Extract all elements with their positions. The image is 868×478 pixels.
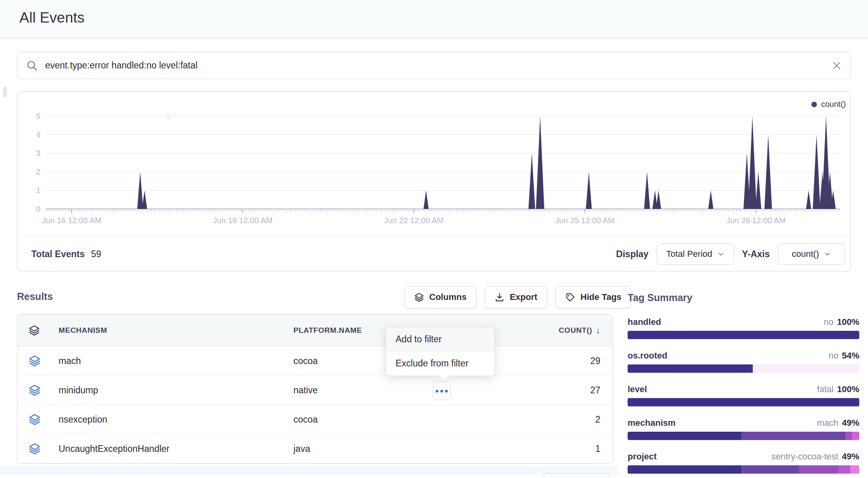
tag-name: project [628,451,657,462]
legend-dot-icon [811,102,817,107]
column-header-platform-name[interactable]: PLATFORM.NAME [293,326,362,335]
tag-bar-segment [753,364,859,373]
tag-bar-segment [628,432,741,440]
cell-platform[interactable]: cocoa [293,414,318,425]
export-button[interactable]: Export [485,286,547,308]
tag-label-row: handledno100% [628,317,859,327]
tag-top-values: no54% [828,351,859,361]
x-axis-tick-label: Jun 28 12:00 AM [726,216,786,225]
results-toolbar: Columns Export Hide Tags [404,286,631,308]
tag-top-percent: 54% [842,351,859,361]
yaxis-select-value: count() [792,249,819,259]
cell-count[interactable]: 2 [595,414,600,425]
x-axis-tick-label: Jun 19 12:00 AM [213,216,272,225]
y-axis-tick-label: 1 [22,185,40,195]
search-bar[interactable]: event.type:error handled:no level:fatal [17,52,851,79]
tag-distribution-bar[interactable] [628,432,859,440]
tag-top-percent: 49% [842,451,859,462]
cell-count[interactable]: 27 [590,385,600,395]
tag-top-values: mach49% [817,418,859,428]
row-actions-button[interactable] [433,382,451,400]
tag-label-row: levelfatal100% [628,384,859,395]
ellipsis-dot [440,390,443,393]
cell-mechanism[interactable]: UncaughtExceptionHandler [59,444,169,454]
y-axis-tick-label: 0 [22,204,40,214]
pagination-button[interactable] [544,473,610,478]
decorative-dot [166,115,170,119]
cell-count[interactable]: 1 [595,444,600,454]
cell-count[interactable]: 29 [590,355,600,366]
tag-bar-segment [741,432,845,440]
tag-distribution-bar[interactable] [628,331,859,339]
tag-distribution-bar[interactable] [628,398,859,406]
table-row: UncaughtExceptionHandler java 1 [17,434,613,463]
cell-platform[interactable]: java [293,444,310,454]
top-header-bar: All Events [0,0,868,38]
tag-entry: levelfatal100% [628,384,859,406]
columns-button[interactable]: Columns [404,286,476,308]
clear-search-icon[interactable] [832,61,842,71]
total-events: Total Events 59 [31,249,101,260]
tag-bar-segment [628,398,859,406]
tag-label-row: os.rootedno54% [628,351,859,361]
tag-top-values: no100% [824,317,859,327]
ellipsis-dot [436,390,438,393]
tag-label-row: mechanismmach49% [628,418,859,428]
tag-top-value: sentry-cocoa-test [771,451,838,462]
tag-summary-title: Tag Summary [628,292,859,303]
all-events-page: All Events event.type:error handled:no l… [0,0,868,478]
tag-top-value: no [828,351,838,361]
tag-top-percent: 100% [837,384,859,395]
tag-bar-segment [850,465,859,474]
layers-icon [29,355,41,367]
tag-entry: mechanismmach49% [628,418,859,440]
tag-top-value: mach [817,418,838,428]
column-header-count[interactable]: COUNT() ↓ [559,325,600,336]
cell-mechanism[interactable]: mach [59,355,81,366]
tag-summary: Tag Summary handledno100%os.rootedno54%l… [628,292,859,478]
tag-entry: handledno100% [628,317,859,339]
tag-name: handled [628,317,661,327]
y-axis-tick-label: 4 [22,129,40,140]
menu-item-exclude-from-filter[interactable]: Exclude from filter [386,351,494,376]
column-header-mechanism[interactable]: MECHANISM [59,326,107,335]
page-bottom-band [0,466,618,475]
tag-icon [565,292,575,302]
tag-top-value: no [824,317,833,327]
tag-bar-segment [838,465,850,474]
y-axis-tick-label: 2 [22,167,40,177]
tag-name: level [628,384,647,395]
tag-entry: os.rootedno54% [628,351,859,373]
column-header-count-label: COUNT() [559,326,592,335]
display-select[interactable]: Total Period [657,243,734,265]
columns-button-label: Columns [429,292,466,302]
cell-mechanism[interactable]: nsexception [59,414,107,425]
tag-top-percent: 49% [842,418,859,428]
sort-desc-icon: ↓ [596,325,600,336]
cell-platform[interactable]: cocoa [293,355,318,366]
ellipsis-dot [445,390,448,393]
events-chart[interactable] [46,112,840,215]
tag-bar-segment [628,364,753,373]
x-axis-tick-label: Jun 16 12:00 AM [42,216,101,225]
yaxis-select[interactable]: count() [778,243,845,265]
stack-icon [414,292,424,302]
drag-handle[interactable] [3,87,7,97]
display-select-value: Total Period [666,249,712,259]
stack-icon [29,324,40,336]
x-axis-tick-label: Jun 25 12:00 AM [555,216,615,225]
tag-entry: projectsentry-cocoa-test49% [628,451,859,474]
results-table: MECHANISM PLATFORM.NAME COUNT() ↓ mach c… [17,314,613,464]
table-header-row: MECHANISM PLATFORM.NAME COUNT() ↓ [17,315,613,346]
tag-distribution-bar[interactable] [628,364,859,373]
tag-distribution-bar[interactable] [628,465,859,474]
search-input[interactable]: event.type:error handled:no level:fatal [45,60,824,71]
yaxis-label: Y-Axis [742,249,770,260]
hide-tags-button[interactable]: Hide Tags [556,286,632,308]
export-button-label: Export [510,292,537,302]
chart-legend[interactable]: count() [811,100,846,109]
menu-item-add-to-filter[interactable]: Add to filter [386,327,494,351]
cell-mechanism[interactable]: minidump [59,385,98,395]
cell-platform[interactable]: native [293,385,318,395]
layers-icon [29,443,41,455]
